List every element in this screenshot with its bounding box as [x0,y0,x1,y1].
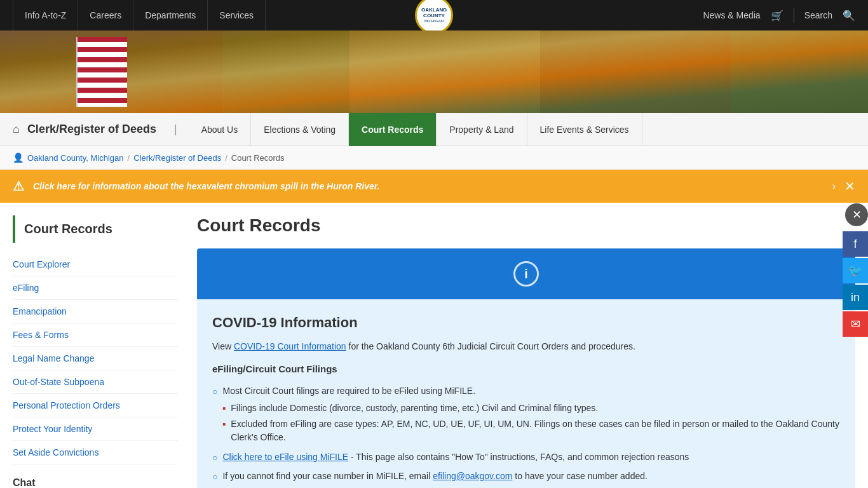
nav-services[interactable]: Services [208,0,266,30]
breadcrumb-current: Court Records [231,153,285,163]
sidebar-item-legal-name-change[interactable]: Legal Name Change [13,347,178,370]
sidebar-item-court-explorer[interactable]: Court Explorer [13,253,178,276]
tab-life-events[interactable]: Life Events & Services [527,113,642,146]
nav-info-atoz[interactable]: Info A-to-Z [13,0,78,30]
flag [76,37,127,107]
facebook-share-button[interactable]: f [843,231,868,257]
sidebar-item-protect-your-identity[interactable]: Protect Your Identity [13,417,178,441]
divider [794,8,794,23]
alert-banner[interactable]: ⚠ Click here for information about the h… [0,170,868,203]
list-item-2: Click here to eFile using MiFILE - This … [212,448,840,467]
bullet-3-post: to have your case number added. [512,471,647,481]
tab-court-records[interactable]: Court Records [349,113,437,146]
nav-departments[interactable]: Departments [133,0,208,30]
info-box-title: COVID-19 Information [212,315,840,331]
alert-icon: ⚠ [13,179,24,194]
nav-news-media[interactable]: News & Media [703,10,760,20]
alert-arrow: › [832,180,836,192]
intro-pre-text: View [212,341,234,351]
bullet-3-pre: If you cannot find your case number in M… [222,471,433,481]
hero-overlay [0,30,868,113]
breadcrumb-sep-1: / [128,153,130,163]
covid-info-link[interactable]: COVID-19 Court Information [234,341,346,351]
breadcrumb-oakland-county[interactable]: Oakland County, Michigan [27,153,124,163]
page-title: Court Records [197,215,855,236]
separator: | [174,123,177,136]
info-icon: i [513,261,539,287]
list-item-3: If you cannot find your case number in M… [212,467,840,486]
section-title: Clerk/Register of Deeds [27,123,156,136]
tab-about-us[interactable]: About Us [189,113,252,146]
tab-elections-voting[interactable]: Elections & Voting [251,113,349,146]
info-box-body: COVID-19 Information View COVID-19 Court… [197,299,855,488]
info-box-intro: View COVID-19 Court Information for the … [212,340,840,353]
social-sidebar: ✕ f 🐦 in ✉ [843,203,868,337]
sidebar: Court Records Court Explorer eFiling Ema… [13,215,178,488]
nav-careers[interactable]: Careers [78,0,133,30]
sidebar-item-out-of-state-subpoena[interactable]: Out-of-State Subpoena [13,370,178,394]
alert-text: Click here for information about the hex… [33,181,824,191]
sidebar-item-fees-forms[interactable]: Fees & Forms [13,323,178,347]
sidebar-item-efiling[interactable]: eFiling [13,276,178,300]
sidebar-title: Court Records [13,215,178,243]
search-label: Search [804,10,832,20]
sidebar-item-personal-protection-orders[interactable]: Personal Protection Orders [13,394,178,417]
top-navigation: Info A-to-Z Careers Departments Services… [0,0,868,30]
cart-icon[interactable]: 🛒 [771,10,783,22]
efiling-list: Most Circuit Court filings are required … [212,382,840,488]
list-item-1: Most Circuit Court filings are required … [212,382,840,448]
main-layout: Court Records Court Explorer eFiling Ema… [0,203,868,488]
sidebar-chat[interactable]: Chat [13,477,178,488]
tab-property-land[interactable]: Property & Land [437,113,527,146]
alert-close-button[interactable]: ✕ [844,179,855,194]
efiling-section-title: eFiling/Circuit Court Filings [212,363,840,374]
sidebar-item-emancipation[interactable]: Emancipation [13,300,178,323]
info-box-header: i [197,248,855,299]
linkedin-share-button[interactable]: in [843,285,868,310]
breadcrumb: 👤 Oakland County, Michigan / Clerk/Regis… [0,146,868,170]
section-tabs: About Us Elections & Voting Court Record… [189,113,642,146]
home-link[interactable]: ⌂ [13,123,20,136]
site-logo[interactable]: OAKLAND COUNTY MICHIGAN [415,0,453,34]
sidebar-item-set-aside-convictions[interactable]: Set Aside Convictions [13,441,178,464]
main-content: Court Records i COVID-19 Information Vie… [197,215,855,488]
efile-mifile-link[interactable]: Click here to eFile using MiFILE [222,452,348,462]
breadcrumb-clerk-register[interactable]: Clerk/Register of Deeds [133,153,221,163]
search-icon[interactable]: 🔍 [843,10,855,22]
bullet-1-text: Most Circuit Court filings are required … [222,386,475,396]
sub-item-1-1: Filings include Domestic (divorce, custo… [222,400,840,416]
hero-banner [0,30,868,113]
breadcrumb-home-icon: 👤 [13,152,24,163]
top-nav-right: News & Media 🛒 Search 🔍 [703,8,855,23]
top-nav-links: Info A-to-Z Careers Departments Services [13,0,703,30]
secondary-navigation: ⌂ Clerk/Register of Deeds | About Us Ele… [0,113,868,146]
efiling-email-link[interactable]: efiling@oakgov.com [433,471,512,481]
social-close-button[interactable]: ✕ [845,203,868,226]
info-card: i COVID-19 Information View COVID-19 Cou… [197,248,855,488]
bullet-2-post: - This page also contains "How To" instr… [348,452,689,462]
sub-item-1-2: Excluded from eFiling are case types: AP… [222,416,840,445]
intro-post-text: for the Oakland County 6th Judicial Circ… [346,341,635,351]
twitter-share-button[interactable]: 🐦 [843,258,868,283]
email-share-button[interactable]: ✉ [843,311,868,337]
breadcrumb-sep-2: / [225,153,227,163]
sidebar-nav: Court Explorer eFiling Emancipation Fees… [13,253,178,464]
